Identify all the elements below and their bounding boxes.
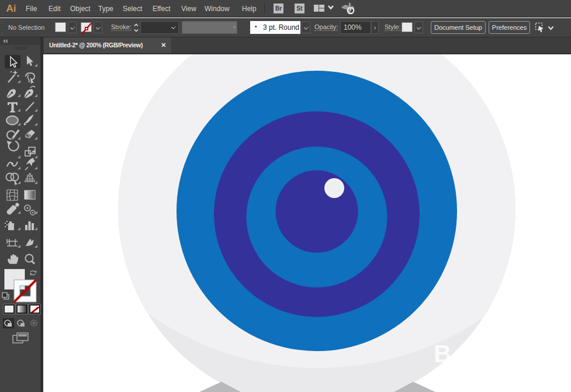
svg-text:B: B xyxy=(434,340,451,367)
